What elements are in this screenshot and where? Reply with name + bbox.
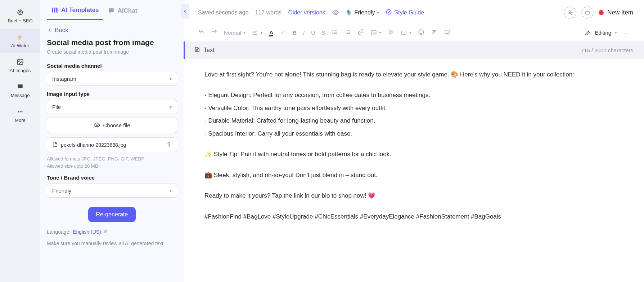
italic-button[interactable]: I [303, 30, 305, 36]
paragraph-style-value: Normal [224, 30, 241, 36]
rail-more[interactable]: More [0, 104, 40, 127]
status-dot-icon [599, 10, 604, 15]
back-link[interactable]: Back [40, 20, 184, 38]
rail-message[interactable]: Message [0, 79, 40, 102]
rail-ai-writer[interactable]: AI Writer [0, 29, 40, 53]
comment-button[interactable] [444, 29, 450, 36]
tab-ai-templates[interactable]: AI Templates [47, 0, 103, 20]
choose-file-button[interactable]: Choose file [47, 118, 177, 133]
style-guide-button[interactable]: Style Guide [386, 9, 424, 17]
numbered-list-button[interactable] [344, 29, 351, 36]
delete-file-button[interactable] [166, 141, 172, 148]
editor-topbar: Saved seconds ago 117 words Older versio… [184, 0, 644, 22]
text-color-button[interactable]: A [269, 29, 273, 36]
editor-body[interactable]: Love at first sight? You're not alone! T… [184, 59, 644, 238]
redo-button[interactable] [211, 29, 217, 36]
link-button[interactable] [357, 29, 364, 36]
svg-point-15 [333, 32, 333, 32]
svg-point-6 [21, 111, 22, 112]
svg-point-5 [19, 111, 21, 112]
bullet-list-button[interactable] [332, 29, 338, 36]
bullet-2: - Versatile Color: This earthy tone pair… [204, 102, 626, 114]
tone-select[interactable]: Friendly ▾ [47, 184, 177, 198]
panel-body: Social media post from image Create soci… [40, 38, 184, 254]
channel-select[interactable]: Instagram ▾ [47, 72, 177, 86]
panel-subtitle: Create social media post from image [47, 49, 177, 55]
underline-button[interactable]: U [311, 30, 315, 36]
preview-button[interactable] [332, 9, 339, 16]
paragraph-style-dropdown[interactable]: Normal ▾ [224, 30, 246, 36]
collapse-panel-button[interactable] [181, 4, 189, 19]
templates-icon [51, 6, 58, 14]
style-guide-label: Style Guide [394, 9, 424, 16]
editing-mode-label: Editing [595, 30, 611, 36]
svg-rect-7 [52, 8, 53, 12]
rail-item-label: AI Images [10, 68, 31, 73]
rail-item-label: AI Writer [11, 43, 29, 48]
rail-ai-images[interactable]: AI Images [0, 54, 40, 78]
dots-icon [17, 108, 24, 115]
rail-item-label: More [15, 118, 26, 123]
add-asset-button[interactable] [581, 6, 594, 19]
bullet-3: - Durable Material: Crafted for long-las… [204, 115, 626, 126]
bolt-icon [17, 34, 24, 41]
svg-point-4 [18, 111, 19, 112]
edit-language-button[interactable] [103, 229, 108, 235]
allowed-formats-hint: Allowed formats JPG, JPEG, PNG, GIF, WEB… [47, 156, 177, 162]
cloud-upload-icon [94, 122, 100, 129]
align-dropdown[interactable]: ▾ [252, 30, 263, 36]
undo-button[interactable] [198, 29, 204, 36]
text-block-header: Text 716 / 3000 characters [184, 41, 644, 59]
editing-mode-dropdown[interactable]: Editing ▾ [585, 30, 617, 36]
char-counter: 716 / 3000 characters [581, 47, 633, 53]
saved-status: Saved seconds ago [198, 9, 249, 16]
chevron-down-icon: ▾ [170, 188, 172, 193]
text-block-label: Text [204, 47, 214, 53]
svg-rect-20 [445, 30, 449, 34]
highlight-button[interactable] [280, 29, 286, 36]
svg-rect-18 [402, 31, 406, 35]
channel-value: Instagram [52, 76, 76, 82]
rail-item-label: Message [11, 93, 30, 98]
chevron-down-icon: ▾ [615, 30, 617, 35]
chevron-down-icon: ▾ [170, 105, 172, 110]
selected-file: pexels-dhanno-23223838.jpg [47, 137, 177, 152]
microphone-icon: 🎙️ [346, 9, 352, 16]
strike-button[interactable]: S [321, 30, 325, 36]
tab-label: AI Templates [61, 6, 99, 14]
bullet-4: - Spacious Interior: Carry all your esse… [204, 128, 626, 139]
file-name: pexels-dhanno-23223838.jpg [61, 142, 126, 148]
insert-image-dropdown[interactable]: ▾ [370, 30, 381, 36]
svg-rect-9 [56, 8, 57, 12]
tab-ai-chat[interactable]: AIChat [103, 0, 142, 20]
regenerate-button[interactable]: Re-generate [88, 207, 136, 222]
editor-toolbar: Normal ▾ ▾ A B I U S ▾ ▾ Editing ▾ ⋯ [184, 22, 644, 41]
emoji-button[interactable] [418, 29, 424, 36]
input-type-label: Image input type [47, 91, 177, 97]
insert-video-button[interactable] [388, 29, 394, 36]
svg-point-10 [334, 12, 336, 14]
more-toolbar-button[interactable]: ⋯ [623, 30, 630, 36]
rail-brief-seo[interactable]: Brief + SEO [0, 4, 40, 28]
editor-panel: Saved seconds ago 117 words Older versio… [184, 0, 644, 282]
older-versions-link[interactable]: Older versions [288, 9, 325, 16]
new-item-button[interactable]: New Item [599, 9, 633, 16]
tone-label: Tone / Brand voice [47, 175, 177, 181]
panel-tabs: AI Templates AIChat [40, 0, 184, 20]
clear-formatting-button[interactable] [431, 29, 437, 36]
svg-point-11 [387, 9, 392, 14]
input-type-select[interactable]: File ▾ [47, 100, 177, 114]
file-icon [52, 141, 58, 148]
add-user-button[interactable] [564, 6, 576, 19]
bold-button[interactable]: B [293, 30, 297, 36]
new-item-label: New Item [607, 9, 633, 16]
insert-block-dropdown[interactable]: ▾ [401, 30, 411, 36]
svg-point-3 [19, 61, 20, 62]
tone-dropdown[interactable]: 🎙️ Friendly ▾ [346, 9, 379, 16]
word-count: 117 words [255, 9, 282, 16]
language-value[interactable]: English (US) [73, 229, 101, 235]
templates-panel: AI Templates AIChat Back Social media po… [40, 0, 184, 282]
chevron-down-icon: ▾ [379, 30, 381, 35]
chevron-down-icon: ▾ [243, 30, 246, 35]
tab-label: AIChat [118, 7, 138, 14]
